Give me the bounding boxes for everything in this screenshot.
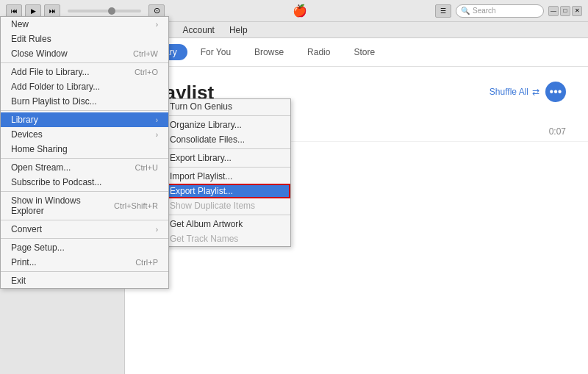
shuffle-icon: ⇄ — [532, 87, 539, 97]
maximize-button[interactable]: □ — [560, 6, 570, 16]
sep — [1, 110, 168, 111]
shortcut: Ctrl+W — [133, 49, 158, 58]
file-dropdown: New › Edit Rules Close Window Ctrl+W Add… — [0, 16, 169, 289]
menu-item-devices[interactable]: Devices › — [1, 127, 168, 142]
label: Library — [11, 115, 38, 125]
label: Subscribe to Podcast... — [11, 177, 101, 187]
submenu-get-track-names: Get Track Names — [159, 231, 290, 246]
shuffle-button[interactable]: Shuffle All ⇄ — [490, 87, 539, 97]
sep — [159, 115, 290, 116]
label: Show Duplicate Items — [170, 201, 255, 211]
menu-item-add-file[interactable]: Add File to Library... Ctrl+O — [1, 65, 168, 79]
transport-controls: ⏮ ▶ ⏭ ⊙ — [6, 4, 165, 18]
menu-account[interactable]: Account — [176, 22, 222, 37]
submenu-get-album-artwork[interactable]: Get Album Artwork — [159, 217, 290, 231]
progress-thumb — [108, 7, 115, 15]
menu-item-new[interactable]: New › — [1, 17, 168, 32]
more-button[interactable]: ••• — [545, 82, 566, 102]
sep — [1, 238, 168, 239]
list-button[interactable]: ☰ — [435, 4, 451, 18]
menu-item-burn-playlist[interactable]: Burn Playlist to Disc... — [1, 94, 168, 109]
submenu-organize-library[interactable]: Organize Library... — [159, 118, 290, 132]
next-button[interactable]: ⏭ — [44, 4, 60, 18]
menu-item-show-explorer[interactable]: Show in Windows Explorer Ctrl+Shift+R — [1, 193, 168, 218]
arrow-icon: › — [156, 21, 158, 29]
apple-logo: 🍎 — [293, 4, 307, 18]
menu-item-subscribe-podcast[interactable]: Subscribe to Podcast... — [1, 175, 168, 190]
label: Print... — [11, 257, 37, 267]
sep — [159, 148, 290, 149]
menu-item-edit-rules[interactable]: Edit Rules — [1, 32, 168, 46]
label: Add File to Library... — [11, 67, 90, 77]
label: Turn On Genius — [170, 101, 232, 112]
minimize-button[interactable]: — — [548, 6, 559, 16]
label: Home Sharing — [11, 144, 68, 154]
play-button[interactable]: ▶ — [25, 4, 41, 18]
arrow-icon: › — [156, 226, 158, 234]
title-right: ☰ 🔍 Search — □ ✕ — [435, 4, 582, 18]
tab-radio[interactable]: Radio — [297, 44, 340, 60]
label: Import Playlist... — [170, 171, 232, 181]
arrow-icon: › — [156, 116, 158, 124]
shortcut: Ctrl+O — [135, 68, 158, 76]
arrow-icon: › — [156, 131, 158, 139]
submenu-export-library[interactable]: Export Library... — [159, 151, 290, 165]
label: Consolidate Files... — [170, 134, 245, 145]
label: Page Setup... — [11, 242, 65, 253]
label: Convert — [11, 224, 42, 234]
menu-item-print[interactable]: Print... Ctrl+P — [1, 255, 168, 270]
tab-store[interactable]: Store — [343, 44, 385, 60]
submenu-show-duplicates: Show Duplicate Items — [159, 198, 290, 213]
submenu-consolidate-files[interactable]: Consolidate Files... — [159, 132, 290, 147]
label: Open Stream... — [11, 162, 71, 173]
submenu-import-playlist[interactable]: Import Playlist... — [159, 169, 290, 184]
sep — [159, 215, 290, 215]
sep — [1, 220, 168, 220]
search-icon: 🔍 — [461, 7, 470, 15]
more-icon: ••• — [550, 85, 562, 98]
submenu-turn-on-genius[interactable]: Turn On Genius — [159, 99, 290, 114]
close-button[interactable]: ✕ — [572, 6, 582, 16]
label: Exit — [11, 276, 26, 286]
label: Edit Rules — [11, 34, 51, 44]
progress-slider[interactable] — [68, 10, 141, 12]
menu-item-home-sharing[interactable]: Home Sharing — [1, 142, 168, 157]
label: Show in Windows Explorer — [11, 195, 114, 216]
sep — [1, 271, 168, 272]
shortcut: Ctrl+Shift+R — [114, 201, 158, 210]
tab-for-you[interactable]: For You — [190, 44, 241, 60]
label: Get Track Names — [170, 234, 238, 244]
prev-button[interactable]: ⏮ — [6, 4, 22, 18]
menu-item-close-window[interactable]: Close Window Ctrl+W — [1, 46, 168, 61]
menu-item-exit[interactable]: Exit — [1, 273, 168, 288]
menu-item-open-stream[interactable]: Open Stream... Ctrl+U — [1, 160, 168, 175]
nav-tabs: Library For You Browse Radio Store — [125, 38, 588, 67]
sep — [1, 191, 168, 192]
menu-help[interactable]: Help — [222, 22, 255, 37]
label: Close Window — [11, 48, 68, 59]
search-placeholder: Search — [473, 7, 496, 15]
shortcut: Ctrl+U — [135, 163, 158, 172]
label: Burn Playlist to Disc... — [11, 96, 97, 107]
menu-item-convert[interactable]: Convert › — [1, 222, 168, 237]
library-submenu: Turn On Genius Organize Library... Conso… — [159, 98, 291, 247]
sep — [1, 62, 168, 63]
search-box[interactable]: 🔍 Search — [456, 4, 544, 18]
shortcut: Ctrl+P — [135, 258, 158, 267]
menu-item-library[interactable]: Library › — [1, 112, 168, 127]
label: Export Library... — [170, 153, 232, 163]
shuffle-label: Shuffle All — [490, 87, 528, 97]
tab-browse[interactable]: Browse — [244, 44, 294, 60]
label: Add Folder to Library... — [11, 82, 100, 92]
airplay-button[interactable]: ⊙ — [148, 4, 165, 18]
menu-item-add-folder[interactable]: Add Folder to Library... — [1, 79, 168, 94]
label: Export Playlist... — [170, 186, 233, 196]
label: Devices — [11, 129, 43, 140]
label: Organize Library... — [170, 120, 242, 130]
menu-item-page-setup[interactable]: Page Setup... — [1, 240, 168, 255]
label: New — [11, 19, 29, 29]
submenu-export-playlist[interactable]: Export Playlist... — [159, 184, 290, 198]
label: Get Album Artwork — [170, 219, 243, 229]
song-duration: 0:07 — [549, 126, 566, 137]
sep — [159, 167, 290, 168]
